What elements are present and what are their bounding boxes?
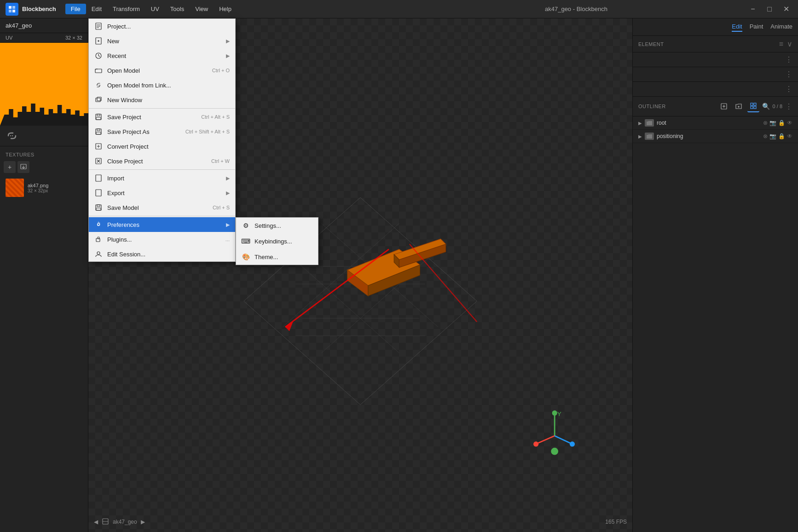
menu-item-preferences[interactable]: Preferences ▶: [89, 217, 235, 232]
submenu-theme[interactable]: 🎨 Theme...: [236, 249, 318, 265]
menu-view[interactable]: View: [190, 4, 214, 14]
panel-row-2: ⋮: [633, 67, 798, 82]
add-texture-button[interactable]: +: [4, 161, 16, 173]
svg-line-23: [360, 301, 477, 405]
tab-animate[interactable]: Animate: [770, 22, 792, 32]
link-icon: [6, 131, 18, 140]
outliner-item-positioning[interactable]: ▶ positioning ⊗ 📷 🔒 👁: [633, 130, 798, 143]
import-arrow: ▶: [226, 175, 230, 181]
menu-item-save-project[interactable]: Save Project Ctrl + Alt + S: [89, 110, 235, 124]
panel-row-menu-2[interactable]: ⋮: [785, 70, 792, 79]
save-model-shortcut: Ctrl + S: [213, 205, 230, 210]
recent-label: Recent: [107, 52, 221, 59]
minimize-button[interactable]: −: [746, 3, 759, 16]
menu-item-save-model[interactable]: Save Model Ctrl + S: [89, 200, 235, 215]
menu-transform[interactable]: Transform: [107, 4, 145, 14]
app-name: Blockbench: [22, 6, 56, 12]
svg-rect-76: [97, 97, 101, 101]
element-menu-button[interactable]: ≡: [779, 40, 783, 48]
menu-uv[interactable]: UV: [145, 4, 165, 14]
positioning-item-icons: ⊗ 📷 🔒 👁: [763, 133, 792, 139]
menu-item-recent[interactable]: Recent ▶: [89, 48, 235, 63]
menu-item-new[interactable]: New ▶: [89, 34, 235, 48]
menu-item-save-project-as[interactable]: Save Project As Ctrl + Shift + Alt + S: [89, 124, 235, 139]
element-expand-button[interactable]: ∨: [787, 40, 792, 48]
save-project-icon: [94, 113, 103, 121]
outliner-item-root[interactable]: ▶ root ⊗ 📷 🔒 👁: [633, 116, 798, 130]
positioning-lock-icon[interactable]: 🔒: [778, 133, 785, 139]
uv-size: 32 × 32: [65, 35, 82, 40]
panel-row-menu[interactable]: ⋮: [785, 55, 792, 64]
export-label: Export: [107, 190, 221, 197]
outliner-grid-view-button[interactable]: [747, 100, 759, 112]
svg-rect-90: [96, 190, 101, 196]
submenu-settings[interactable]: ⚙ Settings...: [236, 218, 318, 233]
svg-text:Y: Y: [557, 411, 561, 417]
svg-line-24: [244, 301, 360, 405]
tab-paint[interactable]: Paint: [750, 22, 763, 32]
export-arrow: ▶: [226, 190, 230, 196]
save-model-icon: [94, 203, 103, 212]
root-arrow[interactable]: ▶: [638, 121, 642, 126]
menu-item-close-project[interactable]: Close Project Ctrl + W: [89, 154, 235, 168]
maximize-button[interactable]: □: [763, 3, 776, 16]
menu-item-plugins[interactable]: Plugins... ...: [89, 232, 235, 247]
menu-edit[interactable]: Edit: [86, 4, 107, 14]
root-visibility-off-icon[interactable]: ⊗: [763, 120, 768, 126]
panel-row-menu-3[interactable]: ⋮: [785, 85, 792, 93]
menu-tools[interactable]: Tools: [165, 4, 190, 14]
menu-bar: File Edit Transform UV Tools View Help: [65, 4, 406, 14]
menu-item-edit-session[interactable]: Edit Session...: [89, 247, 235, 261]
svg-rect-1: [12, 6, 15, 9]
open-model-shortcut: Ctrl + O: [212, 68, 230, 73]
svg-rect-2: [9, 10, 12, 12]
menu-item-import[interactable]: Import ▶: [89, 171, 235, 185]
tab-edit[interactable]: Edit: [732, 22, 742, 32]
convert-project-label: Convert Project: [107, 143, 230, 150]
root-eye-icon[interactable]: 👁: [787, 120, 792, 126]
menu-help[interactable]: Help: [214, 4, 237, 14]
link-icon-area: [0, 126, 88, 146]
save-project-label: Save Project: [107, 114, 197, 121]
separator-2: [89, 169, 235, 170]
close-project-label: Close Project: [107, 158, 207, 165]
menu-item-project[interactable]: Project...: [89, 19, 235, 34]
root-camera-icon[interactable]: 📷: [769, 120, 776, 126]
outliner-add-cube-button[interactable]: [718, 100, 730, 112]
footer-nav: ◀ ak47_geo ▶: [94, 518, 145, 526]
positioning-arrow[interactable]: ▶: [638, 134, 642, 139]
edit-session-icon: [94, 250, 103, 258]
positioning-visibility-off-icon[interactable]: ⊗: [763, 133, 768, 139]
prev-tab-button[interactable]: ◀: [94, 519, 98, 525]
keybindings-icon: ⌨: [242, 237, 250, 245]
viewport-footer: ◀ ak47_geo ▶ 165 FPS: [88, 512, 632, 532]
panel-row-3: ⋮: [633, 82, 798, 97]
menu-item-export[interactable]: Export ▶: [89, 185, 235, 200]
menu-item-open-model[interactable]: Open Model Ctrl + O: [89, 63, 235, 78]
menu-item-open-link[interactable]: Open Model from Link...: [89, 78, 235, 93]
outliner-search-icon[interactable]: 🔍: [762, 103, 770, 110]
plugins-shortcut: ...: [226, 237, 230, 242]
menu-file[interactable]: File: [65, 4, 86, 14]
next-tab-button[interactable]: ▶: [141, 519, 145, 525]
svg-rect-77: [96, 114, 101, 120]
outliner-add-folder-button[interactable]: [733, 100, 745, 112]
outliner-menu-button[interactable]: ⋮: [785, 102, 792, 111]
submenu-keybindings[interactable]: ⌨ Keybindings...: [236, 233, 318, 249]
close-button[interactable]: ✕: [780, 3, 792, 16]
save-model-label: Save Model: [107, 204, 208, 211]
texture-item[interactable]: ak47.png 32 × 32px: [4, 177, 84, 199]
positioning-eye-icon[interactable]: 👁: [787, 133, 792, 139]
svg-line-41: [410, 244, 477, 322]
texture-size: 32 × 32px: [28, 188, 48, 193]
import-texture-button[interactable]: [17, 161, 29, 173]
model-tab-label[interactable]: ak47_geo: [113, 519, 137, 525]
preferences-arrow: ▶: [226, 222, 230, 228]
svg-rect-93: [96, 208, 101, 210]
menu-item-convert-project[interactable]: Convert Project: [89, 139, 235, 154]
menu-item-new-window[interactable]: New Window: [89, 93, 235, 107]
right-tabs: Edit Paint Animate: [633, 18, 798, 36]
positioning-camera-icon[interactable]: 📷: [769, 133, 776, 139]
recent-icon: [94, 52, 103, 60]
root-lock-icon[interactable]: 🔒: [778, 120, 785, 126]
